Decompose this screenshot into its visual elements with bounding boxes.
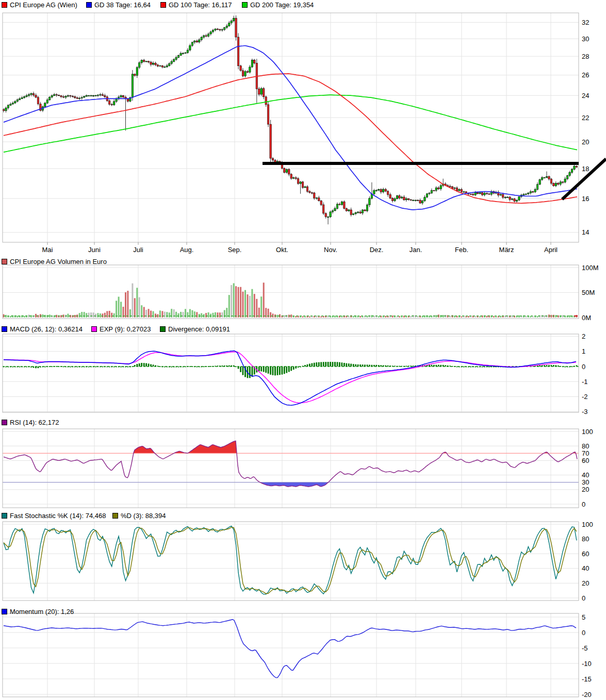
legend-item: Divergence: 0,09191 xyxy=(160,325,230,333)
series-swatch-icon xyxy=(160,326,166,332)
legend-label: GD 38 Tage: 16,64 xyxy=(94,1,151,9)
svg-text:50M: 50M xyxy=(582,289,595,296)
series-swatch-icon xyxy=(2,326,7,332)
x-axis-month-label: Jan. xyxy=(410,246,422,254)
chart-canvas: 32302826242220181614100M50M0M210-1-2-310… xyxy=(0,0,606,700)
svg-text:18: 18 xyxy=(582,165,589,173)
svg-text:-1: -1 xyxy=(582,378,588,386)
svg-text:-10: -10 xyxy=(582,660,592,668)
svg-text:0M: 0M xyxy=(582,314,591,322)
x-axis-month-label: Nov. xyxy=(324,246,337,254)
legend-label: MACD (26, 12): 0,36214 xyxy=(10,325,83,333)
series-swatch-icon xyxy=(86,2,92,8)
legend-item: EXP (9): 0,27023 xyxy=(91,325,151,333)
svg-text:32: 32 xyxy=(582,19,589,26)
svg-text:80: 80 xyxy=(582,442,589,450)
x-axis-month-label: Juli xyxy=(133,246,143,254)
legend-label: Fast Stochastic %K (14): 74,468 xyxy=(10,512,106,520)
svg-text:28: 28 xyxy=(582,53,589,60)
svg-text:60: 60 xyxy=(582,457,589,464)
svg-text:26: 26 xyxy=(582,71,589,79)
svg-text:0: 0 xyxy=(582,629,585,637)
legend-item: GD 200 Tage: 19,354 xyxy=(242,1,314,9)
legend-label: GD 100 Tage: 16,117 xyxy=(169,1,232,9)
svg-text:-15: -15 xyxy=(582,675,592,683)
x-axis-month-label: Sep. xyxy=(228,246,242,254)
legend-item: Fast Stochastic %K (14): 74,468 xyxy=(2,512,106,520)
svg-text:0: 0 xyxy=(582,594,585,602)
legend-item: CPI Europe AG (Wien) xyxy=(2,1,77,9)
series-swatch-icon xyxy=(2,609,7,614)
x-axis-month-label: Aug. xyxy=(180,246,194,254)
legend-label: GD 200 Tage: 19,354 xyxy=(250,1,314,9)
legend-item: RSI (14): 62,172 xyxy=(2,419,59,426)
series-swatch-icon xyxy=(91,326,97,332)
legend-label: Divergence: 0,09191 xyxy=(168,325,230,333)
svg-text:20: 20 xyxy=(582,579,589,587)
legend-item: MACD (26, 12): 0,36214 xyxy=(2,325,83,333)
svg-text:-20: -20 xyxy=(582,691,592,698)
svg-text:80: 80 xyxy=(582,535,589,543)
legend-item: CPI Europe AG Volumen in Euro xyxy=(2,258,107,265)
svg-text:20: 20 xyxy=(582,486,589,493)
legend-label: EXP (9): 0,27023 xyxy=(100,325,151,333)
chart-page: 32302826242220181614100M50M0M210-1-2-310… xyxy=(0,0,606,700)
svg-text:24: 24 xyxy=(582,92,589,99)
svg-text:-2: -2 xyxy=(582,393,588,401)
svg-text:30: 30 xyxy=(582,478,589,486)
legend-label: RSI (14): 62,172 xyxy=(10,419,59,426)
x-axis-month-label: Mai xyxy=(42,246,53,254)
svg-text:0: 0 xyxy=(582,501,585,508)
series-swatch-icon xyxy=(2,259,7,264)
svg-text:2: 2 xyxy=(582,332,585,340)
x-axis-month-label: Dez. xyxy=(370,246,384,254)
svg-text:1: 1 xyxy=(582,347,585,355)
svg-text:5: 5 xyxy=(582,613,585,621)
svg-text:16: 16 xyxy=(582,195,589,203)
series-swatch-icon xyxy=(242,2,248,8)
svg-text:30: 30 xyxy=(582,35,589,43)
svg-text:70: 70 xyxy=(582,449,589,457)
legend-item: GD 100 Tage: 16,117 xyxy=(160,1,232,9)
legend-item: GD 38 Tage: 16,64 xyxy=(86,1,151,9)
svg-text:40: 40 xyxy=(582,471,589,479)
x-axis-month-label: März xyxy=(499,246,514,254)
svg-text:-5: -5 xyxy=(582,644,588,652)
svg-text:14: 14 xyxy=(582,228,589,236)
svg-text:100: 100 xyxy=(582,521,593,528)
legend-item: Momentum (20): 1,26 xyxy=(2,608,74,615)
legend-label: Momentum (20): 1,26 xyxy=(10,608,74,615)
x-axis-month-label: April xyxy=(544,246,558,254)
svg-text:20: 20 xyxy=(582,138,589,146)
series-swatch-icon xyxy=(2,420,7,425)
svg-text:100M: 100M xyxy=(582,264,599,272)
series-swatch-icon xyxy=(160,2,166,8)
svg-text:0: 0 xyxy=(582,363,585,371)
series-swatch-icon xyxy=(2,2,7,8)
legend-label: CPI Europe AG (Wien) xyxy=(10,1,77,9)
legend-item: %D (3): 88,394 xyxy=(112,512,166,520)
series-swatch-icon xyxy=(2,513,7,519)
svg-text:-3: -3 xyxy=(582,408,588,415)
series-swatch-icon xyxy=(112,513,118,519)
svg-text:22: 22 xyxy=(582,114,589,122)
x-axis-month-label: Okt. xyxy=(276,246,288,254)
svg-text:100: 100 xyxy=(582,428,593,436)
x-axis-month-label: Juni xyxy=(88,246,101,254)
svg-text:60: 60 xyxy=(582,550,589,558)
x-axis-month-label: Feb. xyxy=(455,246,468,254)
svg-text:40: 40 xyxy=(582,564,589,572)
legend-label: %D (3): 88,394 xyxy=(121,512,166,520)
legend-label: CPI Europe AG Volumen in Euro xyxy=(10,258,107,265)
